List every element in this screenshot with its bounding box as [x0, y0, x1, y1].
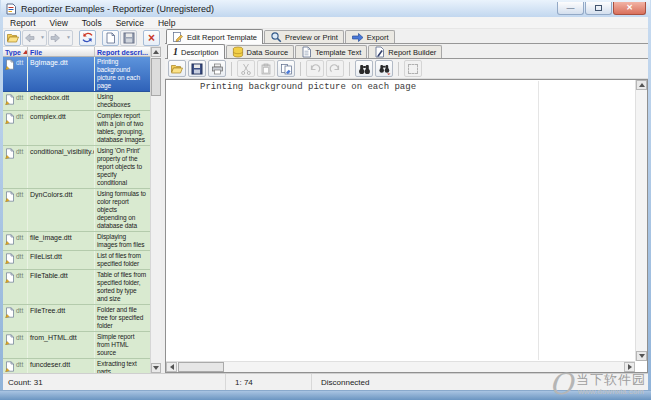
scrollbar-thumb[interactable] — [178, 362, 224, 372]
delete-button[interactable]: × — [143, 30, 160, 46]
file-type-label: dtt — [16, 307, 23, 314]
arrow-left-icon — [170, 364, 174, 370]
main-tab-strip: Edit Report TemplatePreview or PrintExpo… — [165, 29, 648, 44]
tab-report-builder[interactable]: Report Builder — [368, 45, 442, 58]
file-type-cell: dtt — [3, 305, 28, 331]
scroll-down-button[interactable] — [636, 351, 647, 361]
sub-tab-strip: 1DescriptionData SourceTemplate TextRepo… — [165, 44, 648, 59]
description-editor[interactable]: Printing background picture on each page — [165, 79, 648, 373]
file-name-cell: checkbox.dtt — [28, 92, 95, 110]
open-button[interactable] — [168, 60, 186, 77]
tab-label: Report Builder — [388, 48, 436, 57]
new-report-button[interactable] — [102, 30, 119, 46]
table-row[interactable]: dttfile_image.dttDisplaying images from … — [3, 232, 150, 251]
editor-text: Printing background picture on each page — [200, 82, 416, 92]
maximize-button[interactable] — [585, 2, 612, 15]
file-type-cell: dtt — [3, 111, 28, 145]
print-button[interactable] — [208, 60, 226, 77]
dtt-file-icon — [5, 234, 15, 245]
dtt-file-icon — [5, 94, 15, 105]
report-editor-pane: Edit Report TemplatePreview or PrintExpo… — [165, 29, 648, 373]
copy-special-button[interactable] — [277, 60, 295, 77]
table-vertical-scrollbar[interactable] — [150, 47, 161, 373]
dtt-file-icon — [5, 191, 15, 202]
table-row[interactable]: dttfrom_HTML.dttSimple report from HTML … — [3, 332, 150, 359]
file-type-label: dtt — [16, 253, 23, 260]
file-name-cell: BgImage.dtt — [28, 57, 95, 91]
toolbar-separator — [300, 62, 301, 76]
scrollbar-thumb[interactable] — [151, 58, 161, 96]
table-row[interactable]: dttcomplex.dttComplex report with a join… — [3, 111, 150, 146]
scroll-right-button[interactable] — [624, 362, 635, 372]
file-name-cell: conditional_visibility.dtt — [28, 146, 95, 188]
cut-button — [237, 60, 255, 77]
redo-icon — [329, 63, 341, 74]
scroll-down-button[interactable] — [151, 363, 161, 373]
menu-item-tools[interactable]: Tools — [75, 17, 109, 28]
file-type-label: dtt — [16, 334, 23, 341]
right-margin-line — [538, 81, 539, 360]
file-type-cell: dtt — [3, 189, 28, 231]
table-row[interactable]: dttDynColors.dttUsing formulas to color … — [3, 189, 150, 232]
open-folder-button[interactable] — [4, 30, 21, 46]
description-cell: Using checkboxes — [95, 92, 150, 110]
file-type-label: dtt — [16, 59, 23, 66]
table-row[interactable]: dttfuncdeser.dttExtracting text parts — [3, 359, 150, 373]
edit-template-icon — [172, 31, 184, 43]
tab-template-text[interactable]: Template Text — [295, 45, 367, 58]
description-cell: Extracting text parts — [95, 359, 150, 373]
find-icon — [358, 63, 371, 75]
tab-preview-or-print[interactable]: Preview or Print — [264, 30, 344, 43]
file-type-cell: dtt — [3, 332, 28, 358]
menu-item-help[interactable]: Help — [151, 17, 182, 28]
scroll-up-button[interactable] — [636, 80, 647, 90]
toolbar-separator — [349, 62, 350, 76]
column-header-label: Report descri... — [97, 49, 148, 56]
tab-data-source[interactable]: Data Source — [226, 45, 295, 58]
file-type-label: dtt — [16, 94, 23, 101]
save-button[interactable] — [188, 60, 206, 77]
menu-item-report[interactable]: Report — [3, 17, 43, 28]
tab-edit-report-template[interactable]: Edit Report Template — [166, 29, 263, 44]
scroll-left-button[interactable] — [166, 362, 177, 372]
table-row[interactable]: dttFileTree.dttFolder and file tree for … — [3, 305, 150, 332]
column-header-description[interactable]: Report descri... — [95, 47, 150, 56]
column-header-type[interactable]: Type — [3, 47, 28, 56]
table-row[interactable]: dttBgImage.dttPrinting background pictur… — [3, 57, 150, 92]
scroll-up-button[interactable] — [151, 47, 161, 57]
arrow-down-icon — [153, 366, 159, 370]
tab-label: Preview or Print — [285, 33, 338, 42]
file-name-cell: DynColors.dtt — [28, 189, 95, 231]
maximize-icon — [595, 5, 602, 11]
find-button[interactable] — [355, 60, 373, 77]
minimize-button[interactable]: — — [557, 2, 584, 15]
tab-export[interactable]: Export — [345, 30, 395, 43]
save-icon — [123, 32, 135, 44]
table-row[interactable]: dttFileTable.dttTable of files from spec… — [3, 270, 150, 305]
menu-item-service[interactable]: Service — [109, 17, 151, 28]
table-row[interactable]: dttconditional_visibility.dttUsing 'On P… — [3, 146, 150, 189]
dtt-file-icon — [5, 59, 15, 70]
close-icon: ✕ — [626, 4, 633, 12]
table-row[interactable]: dttcheckbox.dttUsing checkboxes — [3, 92, 150, 111]
forward-icon — [50, 33, 61, 43]
column-header-file[interactable]: File — [28, 47, 95, 56]
file-type-cell: dtt — [3, 57, 28, 91]
table-row[interactable]: dttFileList.dttList of files from specif… — [3, 251, 150, 270]
save-button — [120, 30, 137, 46]
menu-item-view[interactable]: View — [43, 17, 75, 28]
tab-label: Export — [367, 33, 389, 42]
print-icon — [211, 63, 224, 75]
app-icon — [5, 3, 17, 15]
tab-label: Template Text — [315, 48, 361, 57]
file-type-cell: dtt — [3, 359, 28, 373]
tab-description[interactable]: 1Description — [167, 44, 225, 59]
description-icon: 1 — [173, 47, 178, 57]
close-button[interactable]: ✕ — [613, 2, 646, 15]
editor-vertical-scrollbar[interactable] — [635, 80, 647, 361]
refresh-button[interactable] — [79, 30, 96, 46]
undo-icon — [309, 63, 321, 74]
refresh-icon — [81, 31, 94, 44]
file-toolbar: ▼▼× — [3, 29, 161, 47]
find-next-button[interactable] — [375, 60, 393, 77]
